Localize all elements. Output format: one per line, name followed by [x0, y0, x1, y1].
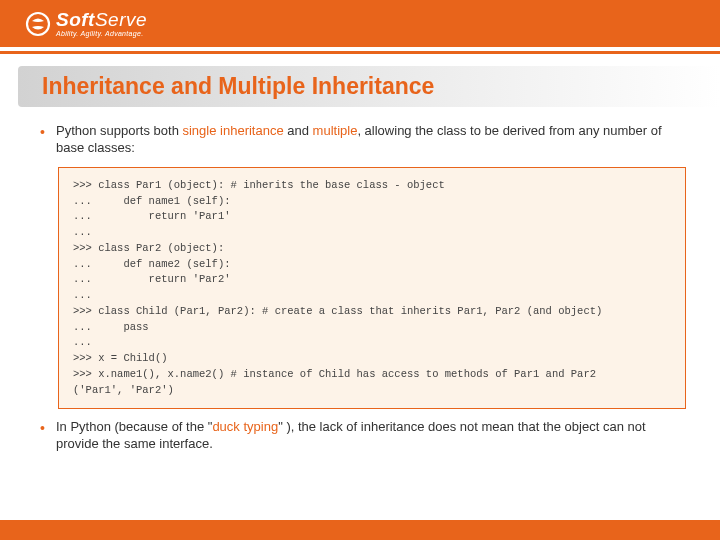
- bullet-item: In Python (because of the "duck typing" …: [40, 419, 688, 453]
- logo-tagline: Ability. Agility. Advantage.: [56, 30, 147, 37]
- code-block: >>> class Par1 (object): # inherits the …: [58, 167, 686, 410]
- logo: SoftServe Ability. Agility. Advantage.: [24, 10, 147, 38]
- footer: [0, 520, 720, 540]
- logo-mark-icon: [24, 10, 52, 38]
- divider: [0, 51, 720, 54]
- logo-name: SoftServe: [56, 10, 147, 29]
- page-title: Inheritance and Multiple Inheritance: [42, 73, 696, 100]
- title-bar: Inheritance and Multiple Inheritance: [18, 66, 720, 107]
- bullet-item: Python supports both single inheritance …: [40, 123, 688, 157]
- header: SoftServe Ability. Agility. Advantage.: [0, 0, 720, 47]
- svg-point-0: [27, 13, 49, 35]
- content: Python supports both single inheritance …: [0, 107, 720, 453]
